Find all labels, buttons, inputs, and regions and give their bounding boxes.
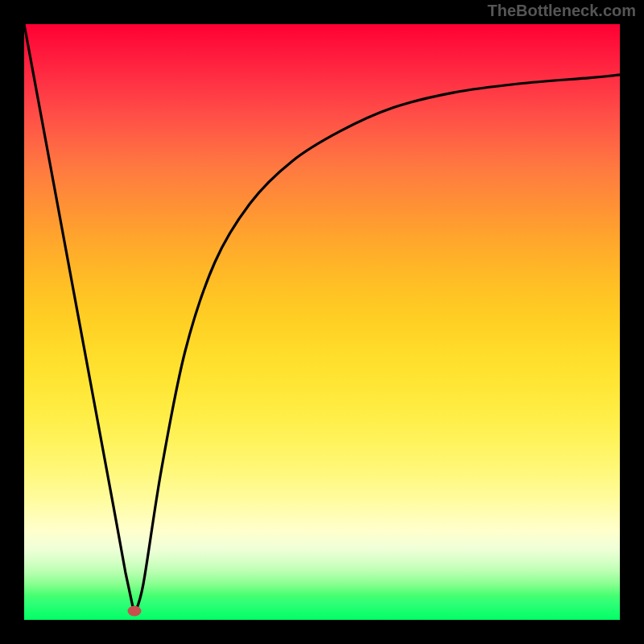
chart-container: TheBottleneck.com bbox=[0, 0, 644, 644]
optimal-point-marker bbox=[127, 605, 141, 616]
attribution-text: TheBottleneck.com bbox=[488, 2, 636, 20]
curve-svg bbox=[24, 24, 620, 620]
plot-area bbox=[24, 24, 620, 620]
bottleneck-curve bbox=[24, 24, 620, 614]
